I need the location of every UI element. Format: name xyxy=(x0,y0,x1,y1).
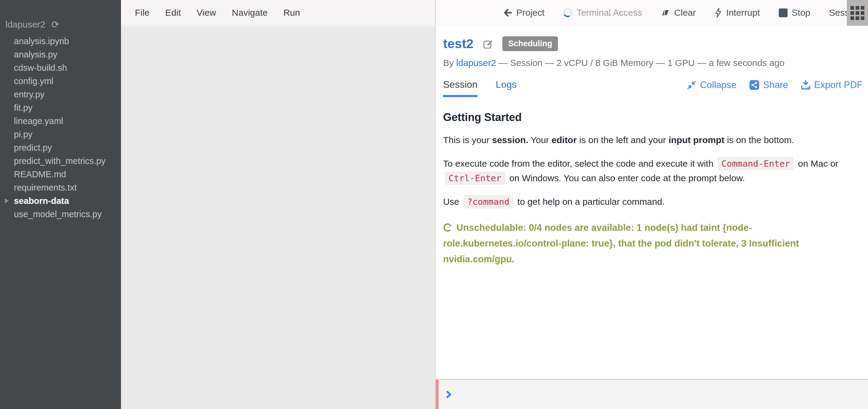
editor-menubar: File Edit View Navigate Run xyxy=(121,0,435,26)
file-item[interactable]: predict.py xyxy=(0,141,121,154)
stop-icon xyxy=(779,8,787,17)
input-prompt[interactable] xyxy=(436,379,868,409)
warning-text: Unschedulable: 0/4 nodes are available: … xyxy=(443,222,799,264)
menu-navigate[interactable]: Navigate xyxy=(232,7,268,18)
project-name: ldapuser2 xyxy=(5,19,45,30)
command-enter-chip: Command-Enter xyxy=(718,157,794,170)
ctrl-enter-chip: Ctrl-Enter xyxy=(445,171,505,185)
session-content: test2 Scheduling By ldapuser2 — Session … xyxy=(436,26,868,379)
editor-pane[interactable] xyxy=(121,26,435,409)
file-sidebar: ldapuser2 ⟳ analysis.ipynb analysis.py c… xyxy=(0,0,121,409)
file-item[interactable]: requirements.txt xyxy=(0,181,121,194)
session-pane: Project Terminal Access Clear Interrupt … xyxy=(436,0,868,409)
file-item[interactable]: config.yml xyxy=(0,74,121,88)
file-item[interactable]: fit.py xyxy=(0,101,121,114)
tab-logs[interactable]: Logs xyxy=(496,79,517,97)
file-item[interactable]: analysis.ipynb xyxy=(0,34,121,48)
session-tabbar: Session Logs Collapse xyxy=(443,79,864,97)
stop-label: Stop xyxy=(792,7,810,18)
project-header: ldapuser2 ⟳ xyxy=(0,0,121,30)
share-label: Share xyxy=(763,80,788,90)
collapse-label: Collapse xyxy=(700,80,737,90)
status-badge: Scheduling xyxy=(502,36,558,51)
scheduling-warning: Unschedulable: 0/4 nodes are available: … xyxy=(443,220,864,267)
menu-view[interactable]: View xyxy=(196,7,216,18)
arrow-left-icon xyxy=(503,8,512,17)
expand-caret-icon[interactable] xyxy=(5,198,9,203)
export-pdf-button[interactable]: Export PDF xyxy=(801,80,863,90)
file-item[interactable]: entry.py xyxy=(0,88,121,101)
edit-title-icon[interactable] xyxy=(483,38,493,49)
download-icon xyxy=(801,80,810,90)
session-title: test2 xyxy=(443,36,473,51)
project-back-button[interactable]: Project xyxy=(503,7,545,18)
folder-item-seaborn-data[interactable]: seaborn-data xyxy=(0,194,121,208)
command-help-chip: ?command xyxy=(464,195,513,209)
pane-divider[interactable] xyxy=(435,0,436,409)
share-icon xyxy=(749,80,760,90)
folder-label: seaborn-data xyxy=(14,196,69,206)
tabs: Session Logs xyxy=(443,79,517,97)
file-item[interactable]: README.md xyxy=(0,167,121,181)
file-item[interactable]: lineage.yaml xyxy=(0,114,121,128)
refresh-icon[interactable]: ⟳ xyxy=(52,20,60,29)
getting-started-heading: Getting Started xyxy=(443,111,864,124)
file-item[interactable]: predict_with_metrics.py xyxy=(0,154,121,167)
file-item[interactable]: cdsw-build.sh xyxy=(0,61,121,74)
interrupt-label: Interrupt xyxy=(726,7,760,18)
interrupt-button[interactable]: Interrupt xyxy=(715,7,760,18)
execute-paragraph: To execute code from the editor, select … xyxy=(443,156,864,185)
session-byline: By ldapuser2 — Session — 2 vCPU / 8 GiB … xyxy=(443,58,864,68)
byline-user-link[interactable]: ldapuser2 xyxy=(456,58,496,68)
menu-run[interactable]: Run xyxy=(283,7,300,18)
terminal-access-label: Terminal Access xyxy=(577,7,642,18)
intro-paragraph: This is your session. Your editor is on … xyxy=(443,133,864,147)
session-title-row: test2 Scheduling xyxy=(443,36,864,51)
file-item[interactable]: pi.py xyxy=(0,128,121,141)
stop-button[interactable]: Stop xyxy=(779,7,810,18)
file-item[interactable]: analysis.py xyxy=(0,48,121,61)
project-back-label: Project xyxy=(516,7,545,18)
clear-label: Clear xyxy=(674,7,696,18)
app-switcher-button[interactable] xyxy=(847,0,868,26)
pending-circle-icon xyxy=(443,223,452,232)
collapse-icon xyxy=(687,81,696,90)
clear-button[interactable]: Clear xyxy=(661,7,696,18)
collapse-button[interactable]: Collapse xyxy=(687,80,737,90)
help-paragraph: Use ?command to get help on a particular… xyxy=(443,194,864,209)
share-button[interactable]: Share xyxy=(749,80,788,90)
session-toolbar: Project Terminal Access Clear Interrupt … xyxy=(436,0,868,26)
byline-prefix: By xyxy=(443,58,456,68)
eraser-icon xyxy=(661,8,670,17)
byline-details: — Session — 2 vCPU / 8 GiB Memory — 1 GP… xyxy=(496,58,784,68)
menu-edit[interactable]: Edit xyxy=(165,7,181,18)
file-list: analysis.ipynb analysis.py cdsw-build.sh… xyxy=(0,34,121,221)
file-item[interactable]: use_model_metrics.py xyxy=(0,208,121,221)
export-pdf-label: Export PDF xyxy=(814,80,863,90)
loading-spinner-icon xyxy=(562,7,574,19)
menu-file[interactable]: File xyxy=(135,7,149,18)
tab-session[interactable]: Session xyxy=(443,79,477,97)
prompt-chevron-icon xyxy=(445,390,453,399)
terminal-access-button[interactable]: Terminal Access xyxy=(563,7,642,18)
session-actions: Collapse Share xyxy=(687,80,863,90)
lightning-bolt-icon xyxy=(715,8,722,18)
app-grid-icon xyxy=(850,6,864,20)
